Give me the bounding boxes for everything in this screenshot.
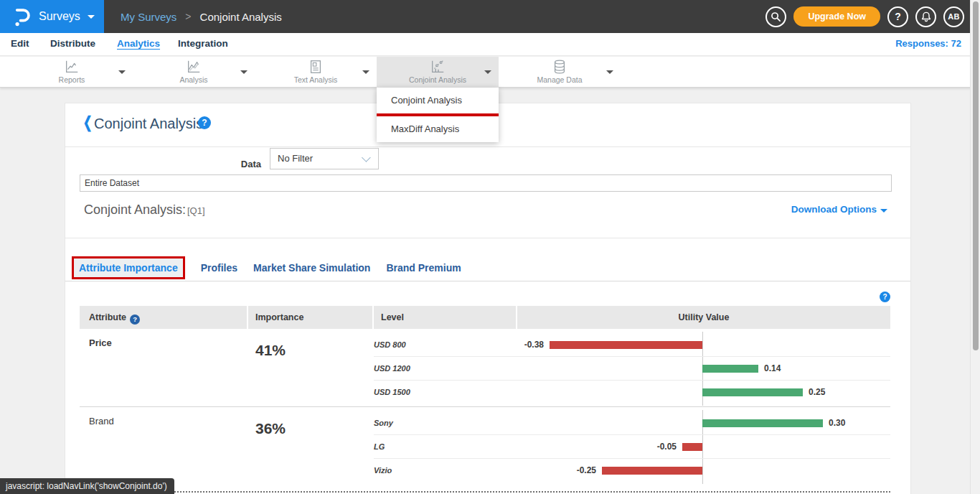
attribute-importance-table: Attribute? Importance Level Utility Valu… bbox=[80, 306, 890, 485]
toolbar-label: Conjoint Analysis bbox=[395, 75, 481, 84]
table-body: Price41%USD 800-0.38USD 12000.14USD 1500… bbox=[80, 329, 890, 485]
toolbar-label: Text Analysis bbox=[273, 75, 359, 84]
title-help-icon[interactable]: ? bbox=[198, 116, 211, 129]
tab-brand-premium[interactable]: Brand Premium bbox=[386, 258, 461, 278]
status-bar-link-preview: javascript: loadNavLink('showConjoint.do… bbox=[0, 478, 174, 494]
level-row: Sony0.30 bbox=[374, 411, 890, 435]
breadcrumb-my-surveys[interactable]: My Surveys bbox=[121, 11, 176, 23]
utility-bar-area: -0.25 bbox=[517, 459, 890, 483]
utility-bar-area: -0.05 bbox=[517, 435, 890, 459]
toolbar-item-manage-data[interactable]: Manage Data bbox=[517, 59, 603, 84]
level-name: USD 1500 bbox=[374, 381, 410, 404]
search-icon bbox=[771, 11, 781, 22]
questionpro-logo-icon bbox=[13, 5, 32, 28]
breadcrumb-current: Conjoint Analysis bbox=[200, 11, 282, 23]
utility-bar-area: 0.30 bbox=[517, 411, 890, 435]
back-button[interactable]: ❮ bbox=[83, 113, 93, 132]
toolbar-item-analysis[interactable]: Analysis bbox=[151, 59, 237, 84]
utility-bar bbox=[550, 341, 702, 349]
analysis-dropdown-caret[interactable] bbox=[240, 70, 248, 74]
utility-bar bbox=[702, 388, 803, 396]
top-bar: Surveys My Surveys > Conjoint Analysis U… bbox=[0, 0, 980, 33]
reports-chart-icon bbox=[64, 59, 80, 75]
page-scrollbar[interactable] bbox=[970, 0, 980, 494]
header-importance: Importance bbox=[248, 306, 374, 329]
download-options-button[interactable]: Download Options bbox=[791, 204, 887, 215]
level-row: LG-0.05 bbox=[374, 435, 890, 459]
avatar[interactable]: AB bbox=[943, 6, 964, 27]
text-analysis-dropdown-caret[interactable] bbox=[362, 70, 369, 74]
tab-attribute-importance[interactable]: Attribute Importance bbox=[72, 256, 185, 279]
bell-icon bbox=[921, 11, 931, 22]
manage-data-dropdown-caret[interactable] bbox=[606, 70, 613, 74]
utility-bar-area: -0.38 bbox=[517, 333, 890, 357]
dataset-input[interactable] bbox=[80, 174, 892, 192]
toolbar-label: Analysis bbox=[151, 75, 237, 84]
page-title: Conjoint Analysis bbox=[94, 116, 203, 132]
nav-item-edit[interactable]: Edit bbox=[11, 33, 29, 56]
result-tabs: Attribute Importance Profiles Market Sha… bbox=[72, 256, 461, 279]
conjoint-chart-icon bbox=[430, 59, 446, 75]
menu-item-conjoint-analysis[interactable]: Conjoint Analysis bbox=[377, 88, 499, 113]
utility-value-label: -0.38 bbox=[524, 333, 544, 357]
search-button[interactable] bbox=[765, 6, 786, 27]
table-help-icon[interactable]: ? bbox=[880, 292, 890, 302]
conjoint-dropdown-caret[interactable] bbox=[484, 70, 491, 74]
product-name: Surveys bbox=[39, 10, 80, 23]
scrollbar-thumb[interactable] bbox=[973, 1, 979, 350]
attribute-help-icon[interactable]: ? bbox=[130, 314, 140, 325]
toolbar-item-text-analysis[interactable]: Text Analysis bbox=[273, 59, 359, 84]
product-switcher[interactable]: Surveys bbox=[0, 0, 104, 33]
data-filter-select[interactable]: No Filter bbox=[270, 148, 379, 169]
importance-value: 36% bbox=[255, 420, 286, 437]
breadcrumb: My Surveys > Conjoint Analysis bbox=[121, 0, 282, 33]
breadcrumb-separator-icon: > bbox=[185, 11, 191, 22]
utility-bar-area: 0.25 bbox=[517, 381, 890, 404]
chevron-down-icon bbox=[362, 153, 371, 162]
help-button[interactable]: ? bbox=[887, 6, 908, 27]
upgrade-now-button[interactable]: Upgrade Now bbox=[793, 6, 880, 27]
utility-value-label: -0.25 bbox=[577, 459, 596, 483]
help-icon: ? bbox=[895, 11, 901, 22]
attribute-group: Brand36%Sony0.30LG-0.05Vizio-0.25 bbox=[80, 406, 890, 485]
importance-value: 41% bbox=[255, 342, 286, 359]
tab-profiles[interactable]: Profiles bbox=[201, 258, 237, 278]
toolbar-label: Reports bbox=[29, 75, 115, 84]
notifications-button[interactable] bbox=[915, 6, 936, 27]
nav-item-distribute[interactable]: Distribute bbox=[50, 33, 95, 56]
data-filter-value: No Filter bbox=[278, 153, 313, 164]
chevron-down-icon bbox=[88, 15, 95, 19]
tabs-underline bbox=[65, 281, 910, 281]
utility-value-label: 0.14 bbox=[764, 357, 781, 381]
utility-value-label: 0.25 bbox=[809, 381, 825, 404]
header-utility-value: Utility Value bbox=[517, 306, 890, 329]
attribute-name: Brand bbox=[89, 416, 114, 427]
reports-dropdown-caret[interactable] bbox=[118, 70, 126, 74]
toolbar-label: Manage Data bbox=[517, 75, 603, 84]
toolbar-item-conjoint-analysis[interactable]: Conjoint Analysis bbox=[377, 57, 499, 88]
tab-market-share-simulation[interactable]: Market Share Simulation bbox=[253, 258, 370, 278]
database-icon bbox=[552, 59, 567, 75]
utility-value-label: -0.05 bbox=[657, 435, 677, 459]
header-level: Level bbox=[374, 306, 517, 329]
level-name: Vizio bbox=[374, 459, 392, 483]
attribute-group: Price41%USD 800-0.38USD 12000.14USD 1500… bbox=[80, 329, 890, 406]
responses-count: Responses: 72 bbox=[895, 33, 961, 56]
utility-bar bbox=[702, 419, 823, 427]
nav-item-analytics[interactable]: Analytics bbox=[117, 33, 160, 56]
level-rows: Sony0.30LG-0.05Vizio-0.25 bbox=[374, 411, 890, 483]
utility-bar bbox=[602, 467, 702, 475]
level-row: USD 800-0.38 bbox=[374, 333, 890, 357]
survey-nav: Edit Distribute Analytics Integration Re… bbox=[0, 33, 980, 56]
toolbar-item-reports[interactable]: Reports bbox=[29, 59, 115, 84]
analysis-chart-icon bbox=[186, 59, 202, 75]
nav-item-integration[interactable]: Integration bbox=[178, 33, 228, 56]
level-row: Vizio-0.25 bbox=[374, 459, 890, 483]
level-row: USD 15000.25 bbox=[374, 381, 890, 404]
level-name: Sony bbox=[374, 411, 393, 435]
header-attribute: Attribute? bbox=[80, 306, 248, 329]
level-name: USD 800 bbox=[374, 333, 406, 357]
utility-bar bbox=[702, 365, 758, 373]
menu-item-maxdiff-analysis[interactable]: MaxDiff Analysis bbox=[377, 116, 499, 142]
section-title: Conjoint Analysis: bbox=[84, 202, 186, 218]
